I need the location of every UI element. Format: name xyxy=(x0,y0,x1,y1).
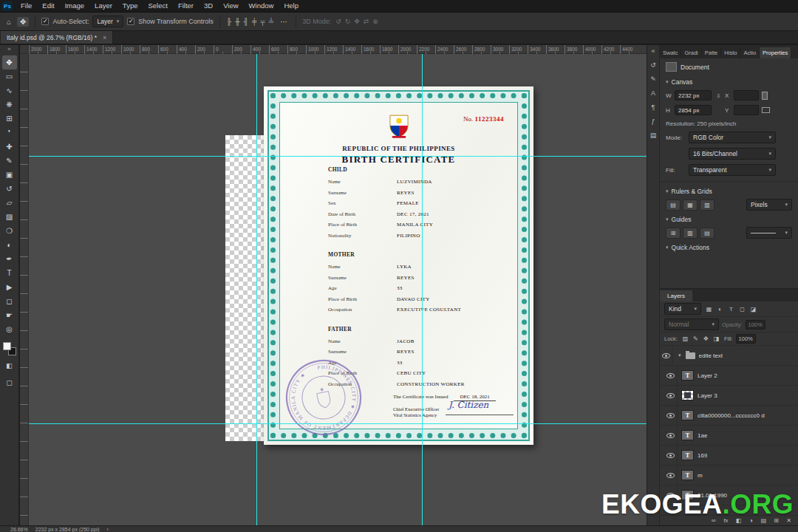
document-tab[interactable]: Italy id.psd @ 26.7% (RGB/16) * × xyxy=(1,31,113,44)
move-tool[interactable]: ✥ xyxy=(2,55,17,69)
layer-row-edite-text[interactable]: ▾edite text xyxy=(660,346,798,366)
guide-horizontal-2[interactable] xyxy=(29,423,647,424)
drag-3d-icon[interactable]: ✥ xyxy=(353,18,361,25)
menu-filter[interactable]: Filter xyxy=(173,0,199,12)
history-brush-tool[interactable]: ↺ xyxy=(2,182,17,196)
height-input[interactable]: 2854 px xyxy=(675,105,712,115)
collapse-panels-icon[interactable]: « xyxy=(651,47,655,55)
x-input[interactable] xyxy=(734,90,759,100)
roll-3d-icon[interactable]: ↻ xyxy=(344,18,352,25)
menu-help[interactable]: Help xyxy=(279,0,304,12)
panel-tab-actio[interactable]: Actio xyxy=(740,47,760,58)
slide-3d-icon[interactable]: ⇄ xyxy=(363,18,370,25)
visibility-toggle[interactable] xyxy=(664,446,678,465)
healing-brush-tool[interactable]: ✚ xyxy=(2,140,17,154)
panel-tab-swatc[interactable]: Swatc xyxy=(660,47,681,58)
visibility-toggle[interactable] xyxy=(664,386,678,405)
toggle-grid-icon[interactable]: ▦ xyxy=(683,200,698,211)
new-guide-icon[interactable]: ⊞ xyxy=(666,228,681,239)
ruler-vertical[interactable] xyxy=(20,54,29,525)
current-tool-icon[interactable]: ✥ xyxy=(17,17,29,27)
menu-image[interactable]: Image xyxy=(60,0,89,12)
zoom-tool[interactable]: ◎ xyxy=(2,322,17,336)
align-right-icon[interactable]: ╢ xyxy=(243,18,249,25)
screen-mode-icon[interactable]: ▢ xyxy=(2,375,17,389)
guide-horizontal-1[interactable] xyxy=(29,156,647,157)
quick-actions-header[interactable]: ▾ Quick Actions xyxy=(660,241,798,253)
layer-row-169[interactable]: T169 xyxy=(660,446,798,466)
filter-shape-icon[interactable]: ◻ xyxy=(737,306,747,313)
panel-tab-patte[interactable]: Patte xyxy=(702,47,722,58)
layer-row-layer-3[interactable]: Layer 3 xyxy=(660,386,798,406)
guides-header[interactable]: ▾ Guides xyxy=(660,213,798,225)
tab-layers[interactable]: Layers xyxy=(660,290,692,301)
history-icon[interactable]: ↺ xyxy=(650,61,656,69)
landscape-orientation-icon[interactable] xyxy=(762,107,770,113)
guide-layout-icon[interactable]: ▥ xyxy=(683,228,698,239)
character-icon[interactable]: A xyxy=(651,89,655,97)
menu-select[interactable]: Select xyxy=(143,0,172,12)
guide-style-dropdown[interactable]: ▾ xyxy=(746,227,792,239)
toolbar-expand-icon[interactable]: » xyxy=(7,45,10,54)
kind-filter-dropdown[interactable]: Kind ▾ xyxy=(664,303,701,315)
eraser-tool[interactable]: ▱ xyxy=(2,196,17,210)
scale-3d-icon[interactable]: ⊕ xyxy=(372,18,379,25)
shape-tool[interactable]: ◻ xyxy=(2,294,17,308)
path-select-tool[interactable]: ▶ xyxy=(2,280,17,294)
menu-layer[interactable]: Layer xyxy=(89,0,117,12)
toggle-rulers-icon[interactable]: ▤ xyxy=(666,200,681,211)
visibility-toggle[interactable] xyxy=(664,466,678,485)
guide-vertical-1[interactable] xyxy=(256,54,257,525)
hand-tool[interactable]: ☛ xyxy=(2,308,17,322)
glyphs-icon[interactable]: ƒ xyxy=(651,117,655,125)
rulers-grids-header[interactable]: ▾ Rulers & Grids xyxy=(660,185,798,197)
status-arrow-icon[interactable]: › xyxy=(107,527,109,532)
filter-adjustment-icon[interactable]: ◐ xyxy=(715,306,725,313)
blend-mode-dropdown[interactable]: Normal ▾ xyxy=(664,318,719,330)
certificate-document[interactable]: No. 11223344 REPUBLIC OF THE PHILIPPINES… xyxy=(264,86,533,445)
quick-selection-tool[interactable]: ❋ xyxy=(2,98,17,112)
link-dimensions-icon[interactable]: ∞ xyxy=(715,92,722,99)
menu-type[interactable]: Type xyxy=(117,0,143,12)
zoom-level[interactable]: 26.66% xyxy=(10,527,28,532)
auto-select-dropdown[interactable]: Layer ▾ xyxy=(92,16,123,27)
layer-row-layer-2[interactable]: TLayer 2 xyxy=(660,366,798,386)
brush-settings-icon[interactable]: ✎ xyxy=(650,75,656,83)
panel-tab-histo[interactable]: Histo xyxy=(721,47,740,58)
layer-row-1ae[interactable]: T1ae xyxy=(660,426,798,446)
menu-edit[interactable]: Edit xyxy=(37,0,59,12)
width-input[interactable]: 2232 px xyxy=(675,90,712,100)
align-top-icon[interactable]: ╤ xyxy=(259,18,265,25)
opacity-input[interactable]: 100% xyxy=(746,320,765,330)
chevron-down-icon[interactable]: ▾ xyxy=(678,352,681,358)
filter-type-icon[interactable]: T xyxy=(726,306,736,313)
brush-tool[interactable]: ✎ xyxy=(2,154,17,168)
visibility-toggle[interactable] xyxy=(660,346,673,365)
snap-icon[interactable]: ▥ xyxy=(700,200,715,211)
guide-vertical-2[interactable] xyxy=(422,54,423,525)
panel-tab-properties[interactable]: Properties xyxy=(760,47,791,58)
ruler-horizontal[interactable]: 2000180016001400120010008006004002000200… xyxy=(20,45,647,54)
blur-tool[interactable]: ❍ xyxy=(2,224,17,238)
canvas-area[interactable]: 2000180016001400120010008006004002000200… xyxy=(20,45,647,525)
clear-guides-icon[interactable]: ▤ xyxy=(700,228,715,239)
foreground-background-swatches[interactable] xyxy=(3,342,16,355)
lock-pixels-icon[interactable]: ✎ xyxy=(691,335,700,342)
menu-file[interactable]: File xyxy=(16,0,37,12)
units-dropdown[interactable]: Pixels ▾ xyxy=(746,199,792,211)
lock-position-icon[interactable]: ✥ xyxy=(701,335,711,342)
y-input[interactable] xyxy=(734,105,759,115)
menu-window[interactable]: Window xyxy=(244,0,279,12)
auto-select-checkbox[interactable]: ✓ xyxy=(41,18,49,25)
foreground-color[interactable] xyxy=(3,342,11,350)
layer-fill-input[interactable]: 100% xyxy=(736,334,756,344)
distribute-h-icon[interactable]: ╪ xyxy=(251,18,257,25)
visibility-toggle[interactable] xyxy=(664,406,678,425)
home-icon[interactable]: ⌂ xyxy=(4,18,13,26)
portrait-orientation-icon[interactable] xyxy=(762,92,768,100)
clone-stamp-tool[interactable]: ▣ xyxy=(2,168,17,182)
filter-pixel-icon[interactable]: ▦ xyxy=(704,306,714,313)
menu-view[interactable]: View xyxy=(218,0,243,12)
show-transform-checkbox[interactable]: ✓ xyxy=(127,18,134,25)
close-icon[interactable]: × xyxy=(103,34,106,41)
